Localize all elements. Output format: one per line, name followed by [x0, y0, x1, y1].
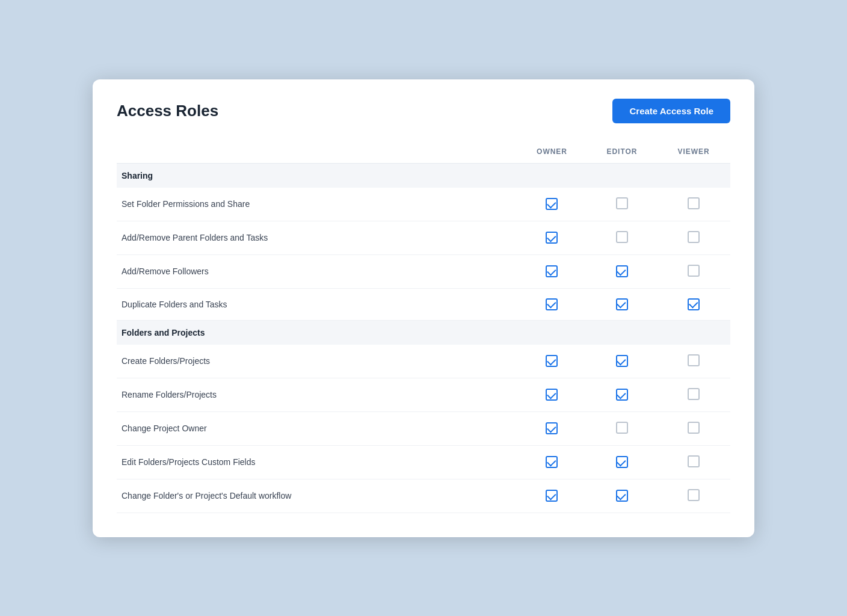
- checkbox-checked-icon[interactable]: [616, 355, 628, 367]
- checkbox-editor[interactable]: [587, 445, 658, 479]
- checkbox-unchecked-icon[interactable]: [688, 388, 700, 400]
- checkbox-viewer[interactable]: [657, 254, 730, 288]
- checkbox-unchecked-icon[interactable]: [688, 265, 700, 277]
- checkbox-owner[interactable]: [517, 345, 587, 378]
- checkbox-viewer[interactable]: [657, 188, 730, 221]
- main-card: Access Roles Create Access Role OWNER ED…: [93, 79, 754, 537]
- checkbox-checked-icon[interactable]: [546, 232, 558, 244]
- table-row: Duplicate Folders and Tasks: [117, 288, 730, 320]
- permission-label: Set Folder Permissions and Share: [117, 188, 517, 221]
- checkbox-owner[interactable]: [517, 221, 587, 254]
- table-row: Change Project Owner: [117, 411, 730, 445]
- checkbox-unchecked-icon[interactable]: [688, 354, 700, 366]
- checkbox-unchecked-icon[interactable]: [688, 455, 700, 467]
- permission-label: Change Project Owner: [117, 411, 517, 445]
- checkbox-editor[interactable]: [587, 479, 658, 513]
- checkbox-editor[interactable]: [587, 221, 658, 254]
- table-row: Change Folder's or Project's Default wor…: [117, 479, 730, 513]
- checkbox-owner[interactable]: [517, 188, 587, 221]
- create-access-role-button[interactable]: Create Access Role: [612, 99, 730, 123]
- checkbox-checked-icon[interactable]: [546, 198, 558, 210]
- checkbox-unchecked-icon[interactable]: [616, 231, 628, 243]
- permissions-table: OWNER EDITOR VIEWER SharingSet Folder Pe…: [117, 140, 730, 513]
- checkbox-checked-icon[interactable]: [688, 298, 700, 310]
- permission-label: Add/Remove Followers: [117, 254, 517, 288]
- checkbox-owner[interactable]: [517, 445, 587, 479]
- table-row: Edit Folders/Projects Custom Fields: [117, 445, 730, 479]
- checkbox-owner[interactable]: [517, 378, 587, 411]
- checkbox-owner[interactable]: [517, 411, 587, 445]
- checkbox-checked-icon[interactable]: [546, 422, 558, 434]
- checkbox-editor[interactable]: [587, 411, 658, 445]
- checkbox-checked-icon[interactable]: [546, 355, 558, 367]
- checkbox-checked-icon[interactable]: [616, 490, 628, 502]
- checkbox-viewer[interactable]: [657, 288, 730, 320]
- table-header-row: OWNER EDITOR VIEWER: [117, 140, 730, 164]
- permission-label: Change Folder's or Project's Default wor…: [117, 479, 517, 513]
- section-header-row: Sharing: [117, 163, 730, 188]
- checkbox-checked-icon[interactable]: [546, 490, 558, 502]
- permission-label: Create Folders/Projects: [117, 345, 517, 378]
- col-permission: [117, 140, 517, 164]
- checkbox-checked-icon[interactable]: [616, 265, 628, 277]
- checkbox-owner[interactable]: [517, 288, 587, 320]
- table-row: Add/Remove Followers: [117, 254, 730, 288]
- table-row: Add/Remove Parent Folders and Tasks: [117, 221, 730, 254]
- col-owner: OWNER: [517, 140, 587, 164]
- checkbox-editor[interactable]: [587, 254, 658, 288]
- checkbox-checked-icon[interactable]: [546, 265, 558, 277]
- table-row: Create Folders/Projects: [117, 345, 730, 378]
- checkbox-viewer[interactable]: [657, 411, 730, 445]
- permission-label: Add/Remove Parent Folders and Tasks: [117, 221, 517, 254]
- section-header-row: Folders and Projects: [117, 320, 730, 345]
- checkbox-editor[interactable]: [587, 288, 658, 320]
- checkbox-unchecked-icon[interactable]: [616, 422, 628, 434]
- checkbox-unchecked-icon[interactable]: [688, 489, 700, 501]
- page-header: Access Roles Create Access Role: [117, 99, 730, 123]
- checkbox-unchecked-icon[interactable]: [616, 197, 628, 209]
- checkbox-editor[interactable]: [587, 345, 658, 378]
- col-viewer: VIEWER: [657, 140, 730, 164]
- checkbox-viewer[interactable]: [657, 378, 730, 411]
- checkbox-viewer[interactable]: [657, 221, 730, 254]
- table-row: Rename Folders/Projects: [117, 378, 730, 411]
- checkbox-unchecked-icon[interactable]: [688, 422, 700, 434]
- permission-label: Rename Folders/Projects: [117, 378, 517, 411]
- checkbox-viewer[interactable]: [657, 345, 730, 378]
- checkbox-checked-icon[interactable]: [546, 456, 558, 468]
- col-editor: EDITOR: [587, 140, 658, 164]
- page-title: Access Roles: [117, 102, 218, 120]
- checkbox-viewer[interactable]: [657, 479, 730, 513]
- checkbox-editor[interactable]: [587, 378, 658, 411]
- table-row: Set Folder Permissions and Share: [117, 188, 730, 221]
- permission-label: Edit Folders/Projects Custom Fields: [117, 445, 517, 479]
- checkbox-unchecked-icon[interactable]: [688, 231, 700, 243]
- checkbox-checked-icon[interactable]: [546, 298, 558, 310]
- checkbox-owner[interactable]: [517, 479, 587, 513]
- checkbox-checked-icon[interactable]: [546, 389, 558, 401]
- checkbox-viewer[interactable]: [657, 445, 730, 479]
- checkbox-checked-icon[interactable]: [616, 389, 628, 401]
- checkbox-editor[interactable]: [587, 188, 658, 221]
- checkbox-owner[interactable]: [517, 254, 587, 288]
- checkbox-checked-icon[interactable]: [616, 456, 628, 468]
- permission-label: Duplicate Folders and Tasks: [117, 288, 517, 320]
- checkbox-unchecked-icon[interactable]: [688, 197, 700, 209]
- checkbox-checked-icon[interactable]: [616, 298, 628, 310]
